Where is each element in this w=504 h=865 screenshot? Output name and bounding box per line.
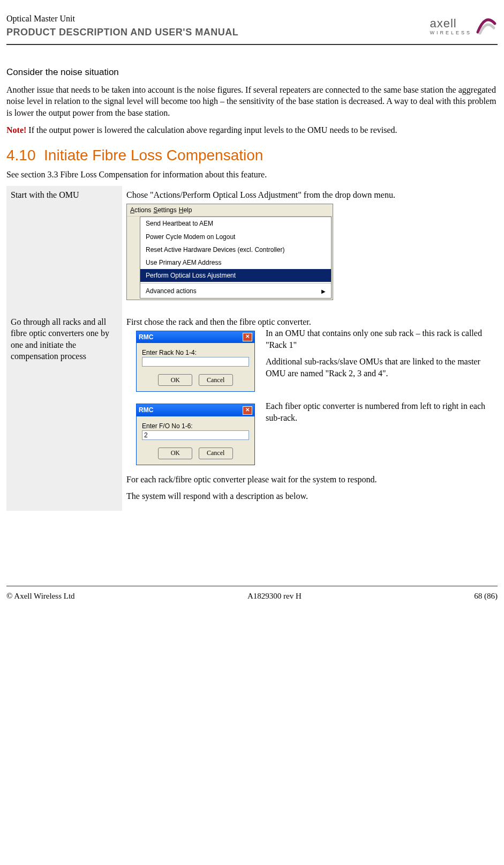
step2-after-1: For each rack/fibre optic converter plea… [126,474,493,486]
brand-logo: axell WIRELESS [430,16,498,36]
close-icon[interactable]: ✕ [243,333,252,341]
section-heading: 4.10 Initiate Fibre Loss Compensation [6,145,498,166]
submenu-arrow-icon: ▶ [321,288,326,295]
fo-number-input[interactable] [142,430,249,440]
header-doc-title: PRODUCT DESCRIPTION AND USER'S MANUAL [6,26,238,39]
step2-instruction: First chose the rack and then the fibre … [126,316,493,328]
rack-dialog: RMC ✕ Enter Rack No 1-4: OK Cancel [136,331,255,392]
brand-mark-icon [475,16,498,35]
menu-item-advanced[interactable]: Advanced actions ▶ [140,285,331,297]
rack-number-input[interactable] [142,357,249,367]
section-number: 4.10 [6,147,36,163]
step1-left: Start with the OMU [6,186,122,313]
menu-item-advanced-label: Advanced actions [146,287,197,295]
actions-menu-window: AActionsctions SettingsSettings HelpHelp… [126,204,333,300]
step2-after-2: The system will respond with a descripti… [126,490,493,502]
brand-name: axell [430,17,456,30]
menu-item-power-cycle[interactable]: Power Cycle Modem on Logout [140,230,331,243]
step1-instruction: Chose "Actions/Perform Optical Loss Adju… [126,189,493,201]
footer-copyright: © Axell Wireless Ltd [6,591,75,601]
section-title: Initiate Fibre Loss Compensation [44,147,263,163]
cancel-button[interactable]: Cancel [199,374,233,386]
menu-item-heartbeat[interactable]: Send Heartbeat to AEM [140,217,331,230]
close-icon[interactable]: ✕ [243,406,252,415]
header-rule [6,44,498,45]
menu-separator [140,283,331,284]
noise-paragraph: Another issue that needs to be taken int… [6,84,498,119]
rack-note-1: In an OMU that contains only one sub rac… [266,327,493,351]
footer-docnum: A1829300 rev H [247,591,302,601]
noise-heading: Consider the noise situation [6,66,498,79]
actions-dropdown: Send Heartbeat to AEM Power Cycle Modem … [140,217,332,298]
fo-dialog: RMC ✕ Enter F/O No 1-6: OK Cancel [136,404,255,465]
footer-rule [6,586,498,586]
header-product: Optical Master Unit [6,13,238,25]
menubar: AActionsctions SettingsSettings HelpHelp [127,204,333,217]
step2-left: Go through all racks and all fibre optic… [6,313,122,511]
menu-settings[interactable]: SettingsSettings [153,206,176,214]
menu-item-reset-hw[interactable]: Reset Active Hardware Devices (excl. Con… [140,243,331,256]
rack-dialog-title: RMC [139,333,153,341]
menu-item-optical-loss[interactable]: Perform Optical Loss Ajustment [140,269,331,282]
note-text: If the output power is lowered the calcu… [26,125,397,135]
footer-page: 68 (86) [474,591,498,601]
ok-button[interactable]: OK [158,448,192,459]
page-footer: © Axell Wireless Ltd A1829300 rev H 68 (… [6,591,498,601]
ok-button[interactable]: OK [158,374,192,386]
note-label: Note! [6,125,26,135]
menu-help[interactable]: HelpHelp [179,206,192,214]
noise-note: Note! If the output power is lowered the… [6,124,498,136]
cancel-button[interactable]: Cancel [199,448,233,459]
section-intro: See section 3.3 Fibre Loss Compensation … [6,169,498,181]
brand-sub: WIRELESS [430,29,472,36]
steps-table: Start with the OMU Chose "Actions/Perfor… [6,186,498,511]
menu-item-primary-aem[interactable]: Use Primary AEM Address [140,256,331,269]
fo-note: Each fiber optic converter is numbered f… [266,400,493,423]
fo-dialog-label: Enter F/O No 1-6: [142,422,249,430]
menu-actions[interactable]: AActionsctions [130,206,151,214]
fo-dialog-title: RMC [139,406,153,414]
rack-dialog-label: Enter Rack No 1-4: [142,348,249,357]
rack-note-2: Additional sub-racks/slave OMUs that are… [266,356,493,379]
